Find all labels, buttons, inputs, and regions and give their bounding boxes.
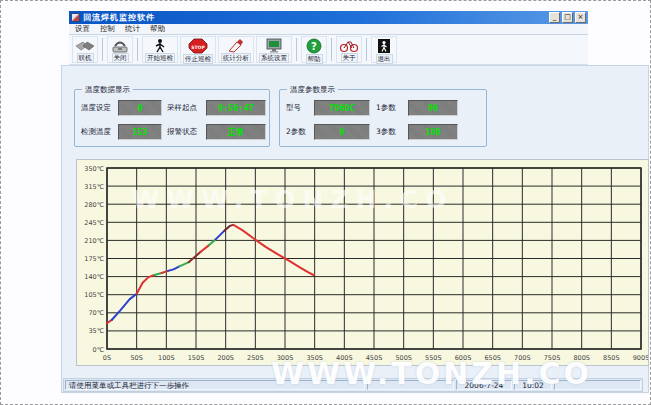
- status-time: 10:02: [514, 380, 552, 390]
- temp-setting-display: 0: [118, 100, 162, 116]
- menu-item-settings[interactable]: 设置: [75, 24, 90, 34]
- svg-text:50S: 50S: [130, 354, 142, 362]
- minimize-button[interactable]: _: [549, 12, 560, 23]
- exit-button[interactable]: 退出: [371, 36, 397, 63]
- svg-text:105℃: 105℃: [84, 291, 104, 299]
- toolbar-separator: [296, 38, 297, 61]
- status-filler: [367, 380, 454, 390]
- svg-text:0S: 0S: [103, 354, 111, 362]
- menu-bar: 设置 控制 统计 帮助: [69, 24, 588, 35]
- temperature-curve-chart: 0℃35℃70℃105℃140℃175℃210℃245℃280℃315℃350℃…: [76, 159, 649, 366]
- svg-text:850S: 850S: [603, 354, 620, 362]
- field-label-param3: 3参数: [376, 127, 402, 137]
- handshake-icon: [75, 38, 95, 53]
- walker-icon: [150, 38, 170, 53]
- svg-text:35℃: 35℃: [88, 327, 104, 335]
- svg-text:210℃: 210℃: [84, 237, 104, 245]
- bicycle-icon: [339, 38, 359, 53]
- connect-button[interactable]: 联机: [72, 36, 98, 63]
- svg-text:800S: 800S: [573, 354, 590, 362]
- svg-text:450S: 450S: [366, 354, 383, 362]
- stop-icon: STOP: [188, 38, 208, 54]
- svg-text:750S: 750S: [544, 354, 561, 362]
- svg-text:500S: 500S: [395, 354, 412, 362]
- field-label-param1: 1参数: [376, 103, 402, 113]
- measured-temp-display: 153: [118, 124, 162, 140]
- menu-item-control[interactable]: 控制: [100, 24, 115, 34]
- window-controls: _ □ ×: [549, 12, 586, 23]
- svg-text:350S: 350S: [306, 354, 323, 362]
- field-label-measured-temp: 检测温度: [81, 127, 113, 137]
- app-icon: [71, 13, 80, 22]
- svg-text:900S: 900S: [633, 354, 648, 362]
- maximize-button[interactable]: □: [562, 12, 573, 23]
- svg-text:600S: 600S: [455, 354, 472, 362]
- about-button[interactable]: 关于: [336, 36, 362, 63]
- system-settings-button[interactable]: 系统设置: [256, 36, 292, 63]
- stop-inspection-button[interactable]: STOP 停止巡检: [180, 36, 216, 63]
- svg-text:245℃: 245℃: [84, 219, 104, 227]
- hand-pen-icon: [226, 38, 246, 53]
- svg-text:?: ?: [311, 41, 317, 52]
- svg-text:175℃: 175℃: [84, 255, 104, 263]
- svg-text:70℃: 70℃: [88, 309, 104, 317]
- svg-text:STOP: STOP: [191, 45, 205, 50]
- screenshot-canvas: 回流焊机监控软件 _ □ × 设置 控制 统计 帮助 联机 关闭: [0, 0, 651, 405]
- svg-text:150S: 150S: [188, 354, 205, 362]
- alarm-status-display: 正常: [206, 124, 266, 140]
- panel-title: 温度数据显示: [82, 85, 133, 95]
- param1-display: 96: [408, 100, 458, 116]
- status-message: 请使用菜单或工具栏进行下一步操作: [65, 380, 365, 390]
- close-button[interactable]: ×: [575, 12, 586, 23]
- field-label-param2: 2参数: [286, 127, 308, 137]
- menu-item-help[interactable]: 帮助: [150, 24, 165, 34]
- status-date: 2006-7-24: [456, 380, 512, 390]
- temperature-chart-svg: 0℃35℃70℃105℃140℃175℃210℃245℃280℃315℃350℃…: [77, 160, 648, 365]
- statistics-analysis-button[interactable]: 统计分析: [218, 36, 254, 63]
- svg-text:650S: 650S: [484, 354, 501, 362]
- svg-text:350℃: 350℃: [84, 165, 104, 173]
- panel-title: 温度参数显示: [287, 85, 338, 95]
- title-bar[interactable]: 回流焊机监控软件 _ □ ×: [69, 11, 588, 24]
- field-label-temp-setting: 温度设定: [81, 103, 113, 113]
- svg-text:550S: 550S: [425, 354, 442, 362]
- svg-text:100S: 100S: [158, 354, 175, 362]
- menu-item-statistics[interactable]: 统计: [125, 24, 140, 34]
- field-label-model: 型号: [286, 103, 308, 113]
- svg-text:700S: 700S: [514, 354, 531, 362]
- exit-icon: [374, 38, 394, 54]
- param2-display: 0: [314, 124, 370, 140]
- phone-icon: [110, 38, 130, 53]
- status-bar: 请使用菜单或工具栏进行下一步操作 2006-7-24 10:02: [63, 378, 643, 392]
- svg-text:140℃: 140℃: [84, 273, 104, 281]
- svg-text:0℃: 0℃: [93, 346, 104, 354]
- field-label-sample-start: 采样起点: [167, 103, 201, 113]
- toolbar-separator: [102, 38, 103, 61]
- svg-text:200S: 200S: [217, 354, 234, 362]
- svg-text:400S: 400S: [336, 354, 353, 362]
- toolbar-separator: [331, 38, 332, 61]
- start-inspection-button[interactable]: 开始巡检: [142, 36, 178, 63]
- temperature-param-panel: 温度参数显示 型号 T960C 1参数 96 2参数 0 3参数 180: [279, 89, 487, 147]
- question-icon: ?: [304, 38, 324, 54]
- status-filler: [554, 380, 641, 390]
- svg-text:300S: 300S: [277, 354, 294, 362]
- model-display: T960C: [314, 100, 370, 116]
- monitor-icon: [264, 38, 284, 53]
- svg-text:280℃: 280℃: [84, 201, 104, 209]
- sample-start-display: 9:56:47: [206, 100, 266, 116]
- param3-display: 180: [408, 124, 458, 140]
- svg-text:315℃: 315℃: [84, 183, 104, 191]
- toolbar-separator: [366, 38, 367, 61]
- toolbar-separator: [137, 38, 138, 61]
- window-title: 回流焊机监控软件: [83, 12, 155, 23]
- toolbar: 联机 关闭 开始巡检 STOP 停止巡检 统计分析: [69, 35, 588, 65]
- temperature-data-panel: 温度数据显示 温度设定 0 采样起点 9:56:47 检测温度 153 报警状态…: [74, 89, 270, 147]
- disconnect-button[interactable]: 关闭: [107, 36, 133, 63]
- field-label-alarm-status: 报警状态: [167, 127, 201, 137]
- help-button[interactable]: ? 帮助: [301, 36, 327, 63]
- svg-text:250S: 250S: [247, 354, 264, 362]
